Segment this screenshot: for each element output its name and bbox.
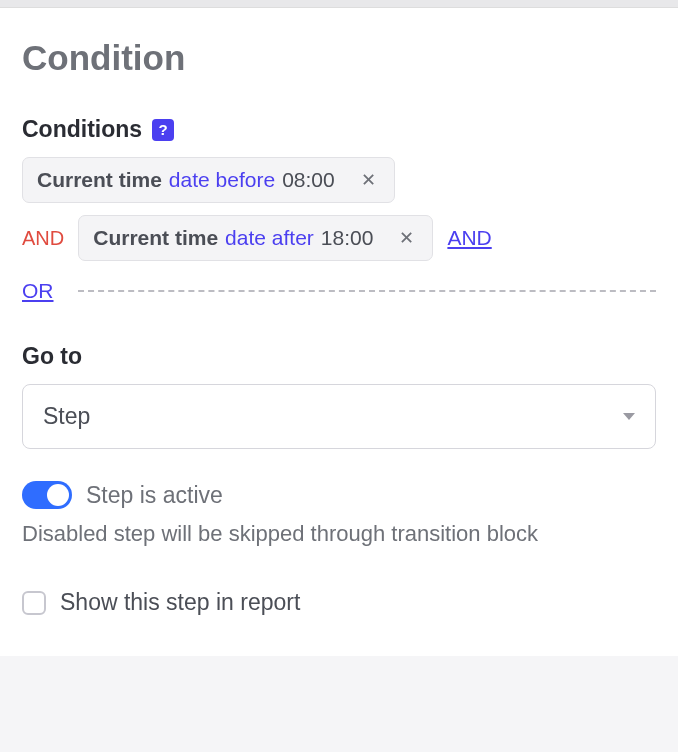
condition-chip[interactable]: Current time date after 18:00 ✕ xyxy=(78,215,433,261)
show-in-report-label: Show this step in report xyxy=(60,589,300,616)
condition-panel: Condition Conditions ? Current time date… xyxy=(0,8,678,656)
add-and-link[interactable]: AND xyxy=(447,226,491,250)
show-in-report-checkbox[interactable] xyxy=(22,591,46,615)
condition-subject: Current time xyxy=(37,168,162,192)
and-join-label: AND xyxy=(22,227,64,250)
chevron-down-icon xyxy=(623,413,635,420)
step-active-helper: Disabled step will be skipped through tr… xyxy=(22,517,656,551)
page-title: Condition xyxy=(22,38,656,78)
step-active-toggle[interactable] xyxy=(22,481,72,509)
step-active-label: Step is active xyxy=(86,482,223,509)
conditions-label: Conditions xyxy=(22,116,142,143)
show-in-report-row: Show this step in report xyxy=(22,589,656,616)
toggle-knob xyxy=(47,484,69,506)
add-or-link[interactable]: OR xyxy=(22,279,54,303)
step-active-row: Step is active xyxy=(22,481,656,509)
condition-subject: Current time xyxy=(93,226,218,250)
close-icon[interactable]: ✕ xyxy=(395,227,418,249)
condition-operator: date before xyxy=(169,168,275,192)
condition-text: Current time date after 18:00 xyxy=(93,226,373,250)
divider-dashed xyxy=(78,290,657,292)
conditions-label-row: Conditions ? xyxy=(22,116,656,143)
goto-label: Go to xyxy=(22,343,656,370)
condition-operator: date after xyxy=(225,226,314,250)
goto-select[interactable]: Step xyxy=(22,384,656,449)
goto-selected-value: Step xyxy=(43,403,90,430)
or-row: OR xyxy=(22,279,656,303)
close-icon[interactable]: ✕ xyxy=(357,169,380,191)
help-icon[interactable]: ? xyxy=(152,119,174,141)
condition-value: 08:00 xyxy=(282,168,335,192)
and-row: AND Current time date after 18:00 ✕ AND xyxy=(22,215,656,261)
condition-text: Current time date before 08:00 xyxy=(37,168,335,192)
condition-value: 18:00 xyxy=(321,226,374,250)
condition-chip[interactable]: Current time date before 08:00 ✕ xyxy=(22,157,395,203)
top-border xyxy=(0,0,678,8)
